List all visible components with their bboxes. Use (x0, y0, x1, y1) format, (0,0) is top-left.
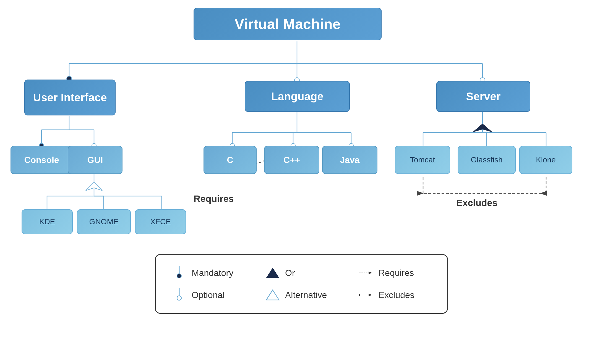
excludes-label: Excludes (456, 197, 497, 208)
legend-mandatory: Mandatory (172, 266, 244, 280)
svg-point-55 (177, 296, 181, 300)
node-lang-label: Language (271, 90, 324, 103)
optional-icon (172, 288, 186, 302)
alternative-text: Alternative (285, 290, 327, 300)
legend-optional: Optional (172, 288, 244, 302)
svg-point-50 (177, 274, 181, 278)
requires-legend-text: Requires (379, 268, 414, 278)
node-console-label: Console (24, 155, 59, 165)
node-glassfish: Glassfish (458, 146, 516, 174)
requires-arrow-icon (359, 270, 373, 276)
node-gnome-label: GNOME (89, 217, 119, 226)
mandatory-text: Mandatory (192, 268, 233, 278)
node-klone: Klone (519, 146, 572, 174)
excludes-legend-text: Excludes (379, 290, 414, 300)
node-cpp: C++ (264, 146, 319, 174)
node-c-label: C (227, 155, 233, 165)
node-java: Java (322, 146, 377, 174)
node-xfce-label: XFCE (150, 217, 171, 226)
node-server: Server (436, 81, 530, 112)
node-ui-label: User Interface (33, 91, 107, 104)
node-virtual-machine: Virtual Machine (194, 8, 382, 40)
node-user-interface: User Interface (24, 80, 116, 115)
svg-marker-56 (266, 290, 279, 300)
node-c: C (204, 146, 257, 174)
legend-requires: Requires (359, 268, 431, 278)
node-language: Language (245, 81, 350, 112)
node-server-label: Server (466, 90, 501, 103)
or-text: Or (285, 268, 295, 278)
node-java-label: Java (340, 155, 359, 165)
node-tomcat-label: Tomcat (410, 155, 435, 164)
node-tomcat: Tomcat (395, 146, 450, 174)
node-gui-label: GUI (87, 155, 103, 165)
node-console: Console (11, 146, 73, 174)
svg-marker-23 (86, 182, 102, 191)
legend-excludes: Excludes (359, 290, 431, 300)
mandatory-icon (172, 266, 186, 280)
node-gnome: GNOME (77, 209, 131, 234)
excludes-arrow-icon (359, 292, 373, 298)
node-kde-label: KDE (39, 217, 55, 226)
node-glassfish-label: Glassfish (471, 155, 502, 164)
diagram-container: Virtual Machine User Interface Language … (0, 0, 605, 364)
legend-box: Mandatory Or Requ (155, 254, 448, 314)
alternative-icon (266, 289, 280, 300)
legend-alternative: Alternative (266, 289, 337, 300)
node-cpp-label: C++ (283, 155, 300, 165)
node-gui: GUI (68, 146, 122, 174)
or-icon (266, 267, 280, 278)
requires-label: Requires (194, 193, 234, 204)
node-kde: KDE (22, 209, 73, 234)
optional-text: Optional (192, 290, 225, 300)
svg-marker-41 (473, 124, 492, 132)
node-vm-label: Virtual Machine (234, 16, 340, 32)
node-klone-label: Klone (536, 155, 556, 164)
node-xfce: XFCE (135, 209, 186, 234)
svg-marker-51 (266, 268, 279, 278)
legend-or: Or (266, 267, 337, 278)
